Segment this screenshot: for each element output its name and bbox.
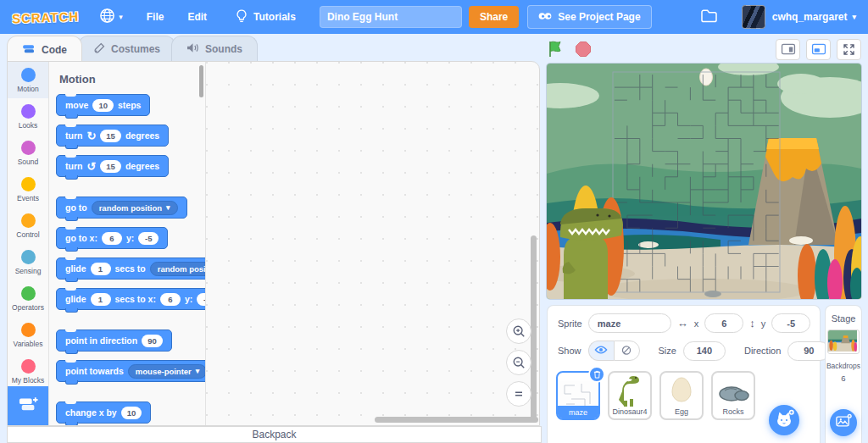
block-number-input[interactable]: 10 — [121, 407, 142, 419]
account-menu[interactable]: cwhq_margaret ▾ — [772, 11, 856, 23]
category-my-blocks[interactable]: My Blocks — [8, 353, 48, 390]
backpack-bar[interactable]: Backpack — [7, 426, 542, 443]
zoom-reset-button[interactable] — [506, 381, 531, 407]
category-sound[interactable]: Sound — [8, 135, 48, 171]
block-text: point in direction — [65, 335, 137, 346]
category-sensing[interactable]: Sensing — [8, 244, 48, 280]
my-stuff-button[interactable] — [700, 8, 718, 26]
category-label: Sound — [18, 158, 39, 166]
language-selector[interactable]: ▾ — [99, 8, 123, 27]
add-backdrop-button[interactable] — [830, 409, 857, 436]
block-number-input[interactable]: 6 — [160, 293, 181, 306]
menu-edit[interactable]: Edit — [187, 11, 207, 23]
category-color-dot — [21, 359, 36, 374]
lightbulb-icon — [236, 9, 248, 25]
stage-selector-pane[interactable]: Stage Backdrops 6 — [825, 305, 862, 443]
block-point-in-direction[interactable]: point in direction90 — [56, 329, 172, 352]
sprite-size-input[interactable] — [683, 341, 726, 361]
block-number-input[interactable]: -5 — [197, 293, 206, 306]
block-dropdown[interactable]: mouse-pointer▾ — [128, 364, 206, 379]
sprite-item-maze[interactable]: maze — [556, 371, 600, 420]
delete-sprite-button[interactable] — [588, 366, 605, 383]
block-number-input[interactable]: 10 — [92, 99, 114, 112]
stop-button[interactable] — [575, 41, 592, 58]
block-text: secs to — [115, 263, 146, 274]
sprite-x-input[interactable] — [704, 313, 743, 333]
sprite-thumbnail — [713, 373, 754, 407]
large-stage-button[interactable] — [806, 39, 831, 60]
block-turn-left[interactable]: turn↺15degrees — [56, 155, 169, 177]
block-number-input[interactable]: 15 — [100, 130, 121, 142]
block-point-towards[interactable]: point towardsmouse-pointer▾ — [56, 360, 206, 382]
stage-sprite-rocks[interactable] — [704, 291, 721, 297]
workspace-vertical-scrollbar[interactable] — [531, 235, 537, 420]
sprite-name-input[interactable] — [588, 313, 671, 333]
show-sprite-button[interactable] — [588, 341, 614, 361]
block-text: secs to x: — [115, 294, 156, 304]
block-number-input[interactable]: 90 — [142, 335, 163, 347]
block-goto-menu[interactable]: go torandom position▾ — [56, 197, 187, 219]
stage-sprite-egg[interactable] — [700, 69, 713, 86]
category-color-dot — [21, 286, 36, 301]
category-looks[interactable]: Looks — [8, 98, 48, 135]
editor-tabs: Code Costumes Sounds — [7, 36, 253, 62]
fullscreen-button[interactable] — [837, 39, 861, 60]
tab-code[interactable]: Code — [7, 36, 82, 64]
scratch-logo[interactable]: SCRATCH — [12, 8, 80, 25]
backdrop-plus-icon — [835, 413, 852, 432]
category-label: Motion — [17, 85, 39, 93]
green-flag-button[interactable] — [547, 40, 565, 58]
block-number-input[interactable]: 1 — [91, 293, 111, 306]
username-label: cwhq_margaret — [772, 11, 848, 23]
zoom-out-button[interactable] — [506, 350, 531, 375]
sprite-item-egg[interactable]: Egg — [659, 371, 704, 420]
project-title-input[interactable] — [320, 6, 462, 28]
block-move-steps[interactable]: move10steps — [56, 94, 150, 116]
category-color-dot — [21, 68, 36, 82]
block-number-input[interactable]: 6 — [102, 232, 122, 245]
code-workspace[interactable] — [206, 62, 539, 425]
block-text: glide — [65, 294, 86, 304]
block-text: move — [65, 100, 88, 110]
small-stage-button[interactable] — [776, 39, 800, 60]
see-project-page-button[interactable]: See Project Page — [527, 5, 651, 29]
block-turn-right[interactable]: turn↻15degrees — [56, 125, 169, 147]
add-sprite-button[interactable] — [769, 405, 799, 435]
code-blocks-icon — [22, 44, 36, 57]
block-glide-menu[interactable]: glide1secs torandom position▾ — [56, 257, 206, 280]
category-motion[interactable]: Motion — [8, 62, 48, 98]
tab-sounds[interactable]: Sounds — [171, 36, 258, 62]
category-variables[interactable]: Variables — [8, 317, 48, 353]
share-button[interactable]: Share — [469, 6, 519, 28]
block-dropdown[interactable]: random position▾ — [92, 201, 178, 215]
block-text: point towards — [65, 366, 124, 376]
workspace-horizontal-scrollbar[interactable] — [375, 417, 538, 423]
tab-costumes[interactable]: Costumes — [78, 36, 175, 62]
sprite-item-rocks[interactable]: Rocks — [711, 371, 755, 420]
zoom-in-button[interactable] — [506, 318, 531, 344]
sprite-item-dinosaur4[interactable]: Dinosaur4 — [608, 371, 652, 420]
block-number-input[interactable]: 1 — [91, 263, 111, 275]
sprite-direction-input[interactable] — [787, 341, 830, 361]
menu-file[interactable]: File — [147, 11, 164, 23]
palette-category-heading: Motion — [59, 73, 205, 86]
block-goto-xy[interactable]: go to x:6y:-5 — [56, 227, 168, 249]
palette-scrollbar[interactable] — [199, 65, 203, 97]
block-glide-xy[interactable]: glide1secs to x:6y:-5 — [56, 288, 206, 310]
block-dropdown[interactable]: random position▾ — [150, 262, 206, 276]
editor-body: MotionLooksSoundEventsControlSensingOper… — [7, 61, 540, 426]
block-number-input[interactable]: 15 — [100, 160, 121, 173]
stage[interactable] — [547, 64, 861, 299]
add-extension-button[interactable] — [8, 386, 48, 425]
sprite-y-input[interactable] — [771, 313, 810, 333]
category-control[interactable]: Control — [8, 208, 48, 244]
category-operators[interactable]: Operators — [8, 280, 48, 317]
block-number-input[interactable]: -5 — [138, 232, 159, 245]
tutorials-button[interactable]: Tutorials — [236, 9, 296, 25]
hide-sprite-button[interactable] — [614, 341, 640, 361]
turn-ccw-icon: ↺ — [86, 161, 96, 172]
user-avatar[interactable] — [742, 5, 765, 29]
block-change-x-by[interactable]: change x by10 — [56, 401, 151, 424]
category-events[interactable]: Events — [8, 171, 48, 208]
backdrop-thumbnail[interactable] — [827, 329, 860, 354]
